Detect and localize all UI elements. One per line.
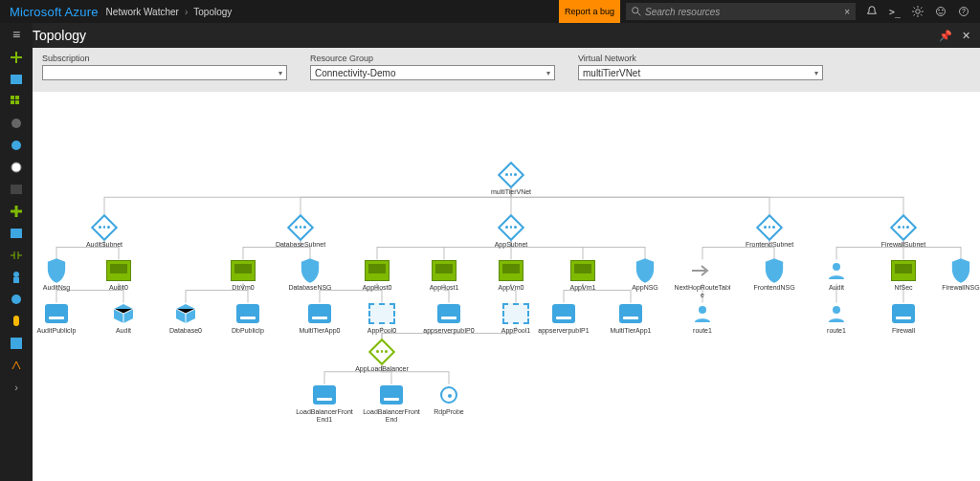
search-input[interactable]: Search resources × (626, 3, 856, 20)
cloud-shell-icon[interactable]: >_ (888, 5, 902, 18)
svg-point-18 (13, 272, 19, 277)
page-title: Topology (33, 28, 86, 43)
node-backend-pool[interactable]: AppPool0 (353, 302, 411, 335)
menu-icon[interactable]: ≡ (12, 27, 20, 42)
nav-item-icon[interactable] (10, 117, 23, 130)
node-subnet-firewall[interactable]: FirewallSubnet (875, 216, 932, 249)
nav-item-icon[interactable] (10, 249, 23, 262)
vm-icon (231, 260, 256, 281)
node-publicip[interactable]: DbPublicIp (219, 302, 277, 335)
breadcrumb-item[interactable]: Network Watcher (106, 7, 179, 17)
node-publicip[interactable]: AuditPublicIp (28, 302, 85, 335)
node-vm[interactable]: AppVm1 (554, 259, 612, 292)
nav-item-icon[interactable] (10, 271, 23, 284)
chevron-down-icon: ▾ (814, 69, 818, 77)
node-vm[interactable]: AppHost1 (415, 259, 473, 292)
svg-rect-9 (11, 96, 14, 99)
nav-item-icon[interactable] (10, 183, 23, 196)
nav-item-icon[interactable] (10, 161, 23, 174)
nav-more-icon[interactable]: › (10, 381, 23, 394)
chevron-down-icon: ▾ (546, 69, 550, 77)
node-nsg[interactable]: DatabaseNSG (281, 259, 339, 292)
feedback-icon[interactable] (934, 5, 947, 18)
svg-point-23 (699, 306, 706, 314)
node-nic[interactable]: Audit (95, 302, 152, 335)
node-nsg[interactable]: AppNSG (616, 259, 674, 292)
svg-point-0 (633, 8, 638, 13)
node-vm[interactable]: AppHost0 (348, 259, 406, 292)
user-icon (828, 262, 845, 279)
node-route-table[interactable]: NextHopRouteTable (674, 259, 731, 298)
node-publicip[interactable]: MultiTierApp0 (291, 302, 348, 335)
vm-icon (365, 260, 390, 281)
node-nsg[interactable]: FrontendNSG (746, 259, 803, 292)
nav-item-icon[interactable] (10, 95, 23, 108)
node-load-balancer[interactable]: AppLoadBalancer (353, 340, 411, 373)
svg-rect-12 (15, 100, 19, 104)
user-icon (828, 305, 845, 322)
svg-rect-21 (11, 338, 22, 349)
pin-icon[interactable]: 📌 (939, 30, 952, 42)
nav-item-icon[interactable] (10, 227, 23, 240)
node-subnet-audit[interactable]: AuditSubnet (76, 216, 133, 249)
node-vm[interactable]: AppVm0 (482, 259, 540, 292)
node-frontend-ip[interactable]: LoadBalancerFrontEnd (363, 383, 420, 423)
report-bug-button[interactable]: Report a bug (559, 0, 620, 23)
node-route[interactable]: route1 (808, 302, 865, 335)
node-vnet[interactable]: multiTierVNet (482, 164, 540, 196)
node-publicip[interactable]: appserverpubIP1 (535, 302, 592, 335)
topology-canvas[interactable]: multiTierVNet AuditSubnet DatabaseSubnet… (33, 92, 980, 481)
search-icon (632, 7, 641, 16)
nav-item-icon[interactable] (10, 315, 23, 328)
node-vm[interactable]: Audit0 (90, 259, 147, 292)
nav-item-icon[interactable] (10, 293, 23, 306)
ip-icon (380, 385, 403, 404)
node-frontend-ip[interactable]: LoadBalancerFrontEnd1 (296, 383, 353, 423)
ip-icon (892, 304, 915, 323)
node-nic[interactable]: Database0 (157, 302, 214, 335)
svg-rect-17 (11, 229, 22, 238)
nav-new-icon[interactable] (10, 51, 23, 64)
node-vm[interactable]: NfSec (875, 259, 932, 292)
node-publicip[interactable]: appserverpubIP0 (420, 302, 478, 335)
node-nsg[interactable]: AuditNsg (28, 259, 85, 292)
ip-icon (45, 304, 68, 323)
resource-group-select[interactable]: Connectivity-Demo▾ (310, 65, 555, 80)
node-route[interactable]: route1 (674, 302, 731, 335)
shield-icon (764, 258, 785, 283)
search-placeholder: Search resources (645, 7, 844, 17)
svg-point-14 (11, 141, 21, 150)
notifications-icon[interactable] (865, 5, 879, 18)
close-icon[interactable]: ✕ (962, 30, 970, 42)
node-publicip[interactable]: MultiTierApp1 (602, 302, 659, 335)
node-subnet-app[interactable]: AppSubnet (482, 216, 540, 249)
nav-item-icon[interactable] (10, 139, 23, 152)
svg-rect-8 (11, 75, 22, 84)
nav-item-icon[interactable] (10, 205, 23, 218)
settings-icon[interactable] (911, 5, 924, 18)
help-icon[interactable]: ? (957, 5, 970, 18)
clear-icon[interactable]: × (844, 7, 850, 17)
node-subnet-frontend[interactable]: FrontendSubnet (741, 216, 798, 249)
svg-point-24 (833, 306, 840, 314)
node-vm[interactable]: DbVm0 (214, 259, 272, 292)
node-nsg[interactable]: FirewallNSG (932, 259, 980, 292)
vm-icon (891, 260, 916, 281)
svg-point-20 (11, 295, 21, 304)
node-user[interactable]: Audit (808, 259, 865, 292)
nav-item-icon[interactable] (10, 359, 23, 372)
svg-line-1 (637, 12, 640, 15)
nav-item-icon[interactable] (10, 337, 23, 350)
svg-point-13 (11, 119, 21, 128)
breadcrumb-item[interactable]: Topology (193, 7, 232, 17)
node-publicip[interactable]: Firewall (875, 302, 932, 335)
virtual-network-select[interactable]: multiTierVNet▾ (578, 65, 823, 80)
brand[interactable]: Microsoft Azure (0, 5, 106, 19)
ip-icon (619, 304, 642, 323)
node-probe[interactable]: RdpProbe (420, 383, 478, 416)
shield-icon (635, 258, 656, 283)
nav-item-icon[interactable] (10, 73, 23, 86)
vm-icon (106, 260, 131, 281)
subscription-select[interactable]: ▾ (42, 65, 287, 80)
node-subnet-database[interactable]: DatabaseSubnet (272, 216, 329, 249)
